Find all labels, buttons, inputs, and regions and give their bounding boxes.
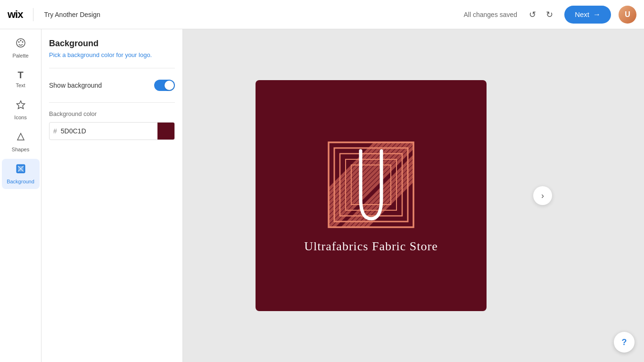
icons-label: Icons (14, 115, 26, 120)
header-divider (33, 8, 33, 21)
logo-preview-card: Ultrafabrics Fabric Store (256, 80, 487, 311)
panel-title: Background (49, 39, 175, 49)
header-title: Try Another Design (44, 11, 100, 18)
background-label: Background (7, 179, 34, 184)
background-panel: Background Pick a background color for y… (41, 29, 183, 362)
help-button[interactable]: ? (614, 332, 635, 353)
next-slide-button[interactable]: › (533, 186, 552, 205)
svg-point-2 (22, 41, 23, 43)
main-layout: Palette T Text Icons Shapes (0, 29, 644, 362)
text-label: Text (16, 82, 25, 88)
svg-line-22 (338, 138, 418, 232)
toggle-label: Show background (49, 82, 102, 89)
header-logo: wix Try Another Design (8, 8, 100, 21)
shapes-icon (16, 132, 26, 145)
color-swatch[interactable] (157, 123, 174, 140)
next-arrow-icon: → (593, 10, 601, 19)
palette-label: Palette (12, 53, 28, 58)
palette-icon (16, 38, 26, 51)
help-label: ? (622, 337, 627, 347)
undo-redo-group: ↺ ↻ (525, 7, 557, 22)
show-background-toggle[interactable] (154, 80, 175, 91)
logo-text: Ultrafabrics Fabric Store (304, 239, 438, 254)
sidebar-item-palette[interactable]: Palette (2, 33, 40, 63)
sidebar-item-icons[interactable]: Icons (2, 95, 40, 125)
next-button[interactable]: Next → (564, 6, 611, 24)
toggle-knob (165, 81, 174, 90)
sidebar-item-background[interactable]: Background (2, 159, 40, 189)
panel-divider (49, 68, 175, 68)
color-hex-input[interactable] (61, 123, 157, 139)
show-background-row: Show background (49, 76, 175, 95)
redo-button[interactable]: ↻ (542, 7, 557, 22)
color-label: Background color (49, 110, 175, 117)
svg-point-3 (20, 40, 21, 41)
color-section: Background color # (49, 110, 175, 140)
shapes-label: Shapes (12, 147, 29, 152)
svg-marker-4 (17, 101, 25, 109)
logo-graphic (324, 138, 418, 232)
panel-divider-2 (49, 102, 175, 103)
svg-line-16 (324, 138, 404, 232)
wix-logo: wix (8, 8, 23, 21)
svg-point-1 (18, 41, 19, 43)
changes-saved-text: All changes saved (464, 11, 518, 18)
text-icon: T (17, 70, 23, 81)
header-right: All changes saved ↺ ↻ Next → U (464, 6, 636, 24)
user-avatar[interactable]: U (619, 6, 636, 24)
sidebar-item-shapes[interactable]: Shapes (2, 127, 40, 157)
color-hash: # (50, 127, 61, 135)
background-icon (16, 164, 26, 177)
panel-subtitle: Pick a background color for your logo. (49, 51, 175, 58)
next-label: Next (575, 10, 589, 18)
canvas-area: Ultrafabrics Fabric Store › https://www.… (183, 29, 644, 362)
color-input-row: # (49, 122, 175, 140)
undo-button[interactable]: ↺ (525, 7, 540, 22)
sidebar-item-text[interactable]: T Text (2, 65, 40, 93)
header: wix Try Another Design All changes saved… (0, 0, 644, 29)
sidebar-icons: Palette T Text Icons Shapes (0, 29, 41, 362)
icons-icon (16, 99, 26, 113)
